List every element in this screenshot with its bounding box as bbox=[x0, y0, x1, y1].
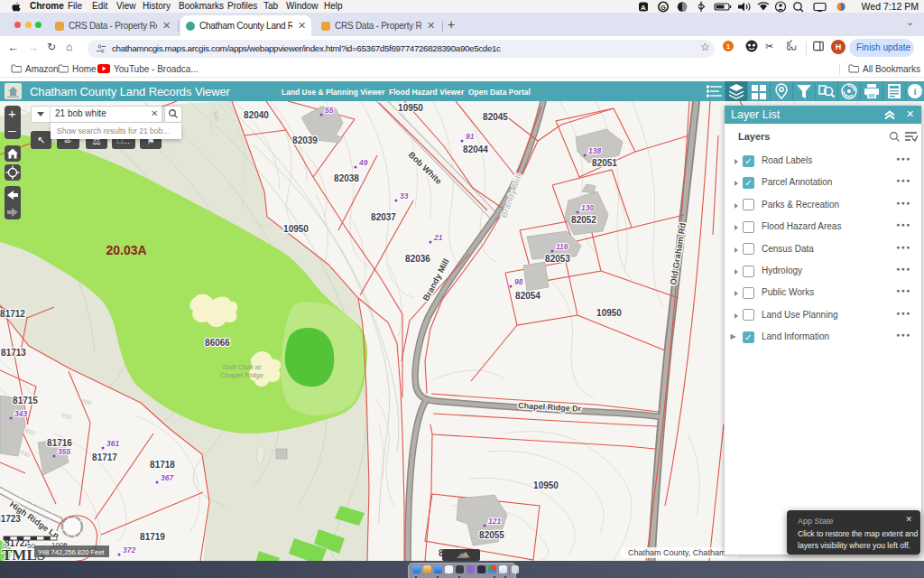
svg-text:21: 21 bbox=[433, 233, 443, 242]
svg-text:10950: 10950 bbox=[283, 224, 309, 234]
svg-text:81719: 81719 bbox=[140, 532, 165, 542]
svg-text:55: 55 bbox=[325, 106, 334, 115]
svg-text:82038: 82038 bbox=[334, 173, 359, 183]
svg-text:Golf Club at: Golf Club at bbox=[223, 363, 262, 371]
svg-text:81712: 81712 bbox=[0, 309, 25, 319]
svg-text:10950: 10950 bbox=[596, 308, 622, 318]
svg-text:82052: 82052 bbox=[571, 215, 596, 225]
svg-text:49: 49 bbox=[358, 158, 368, 167]
svg-text:82036: 82036 bbox=[405, 254, 430, 264]
svg-text:138: 138 bbox=[588, 146, 601, 155]
svg-text:98: 98 bbox=[514, 277, 523, 286]
svg-text:355: 355 bbox=[58, 447, 70, 456]
svg-text:116: 116 bbox=[556, 242, 568, 251]
svg-text:82040: 82040 bbox=[244, 110, 269, 120]
svg-text:82044: 82044 bbox=[463, 144, 488, 154]
svg-text:81713: 81713 bbox=[1, 348, 26, 358]
svg-text:82037: 82037 bbox=[371, 212, 396, 222]
svg-text:10950: 10950 bbox=[398, 103, 423, 113]
svg-text:372: 372 bbox=[123, 545, 135, 555]
svg-text:81723: 81723 bbox=[0, 514, 21, 524]
svg-text:i: i bbox=[913, 86, 916, 97]
svg-text:Chapel Ridge: Chapel Ridge bbox=[220, 371, 264, 379]
svg-text:130: 130 bbox=[581, 203, 594, 212]
svg-text:Chatham County, Chatham: Chatham County, Chatham bbox=[628, 548, 725, 557]
svg-text:20.03A: 20.03A bbox=[106, 243, 146, 257]
svg-text:998 742,256.820 Feet: 998 742,256.820 Feet bbox=[38, 548, 105, 556]
svg-text:10950: 10950 bbox=[533, 480, 559, 490]
svg-text:82045: 82045 bbox=[483, 112, 508, 122]
svg-text:82051: 82051 bbox=[592, 158, 617, 168]
svg-text:121: 121 bbox=[488, 517, 501, 526]
svg-text:91: 91 bbox=[466, 132, 475, 141]
svg-text:A: A bbox=[641, 4, 646, 12]
svg-text:86066: 86066 bbox=[205, 338, 230, 348]
svg-text:33: 33 bbox=[400, 191, 409, 200]
svg-text:343: 343 bbox=[14, 409, 27, 418]
svg-text:82054: 82054 bbox=[515, 291, 541, 301]
svg-text:82039: 82039 bbox=[292, 135, 318, 145]
svg-text:1: 1 bbox=[726, 42, 731, 51]
svg-text:G: G bbox=[661, 4, 666, 12]
svg-text:81718: 81718 bbox=[150, 460, 175, 470]
svg-text:82053: 82053 bbox=[545, 254, 570, 264]
svg-text:81715: 81715 bbox=[13, 396, 38, 406]
svg-text:82055: 82055 bbox=[479, 530, 504, 540]
svg-text:361: 361 bbox=[106, 439, 119, 448]
svg-text:81717: 81717 bbox=[92, 452, 117, 462]
svg-text:367: 367 bbox=[161, 473, 174, 482]
